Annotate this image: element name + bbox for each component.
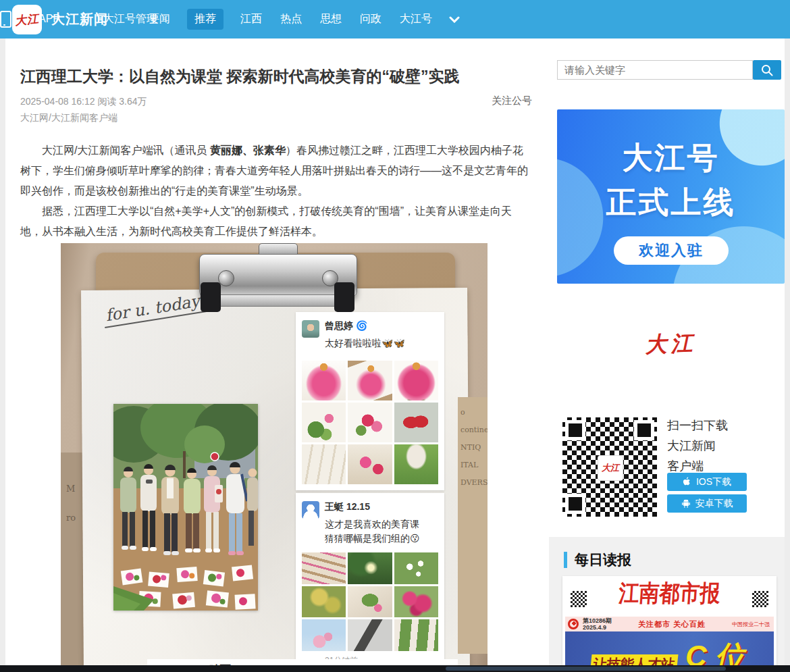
- clipboard-clip: [199, 243, 356, 315]
- wechat-post-2: 王蜓 12.15 这才是我喜欢的美育课猜猜哪幅是我们组的😗 21分钟前: [296, 493, 444, 671]
- read-count: 阅读 3.64万: [97, 96, 147, 107]
- nav-item-yaowen[interactable]: 要闻: [147, 9, 172, 30]
- qr-caption-1: 扫一扫下载: [667, 417, 728, 434]
- page: 大江 大江新闻 要闻 推荐 江西 热点 思想 问政 大江号 下载APP 大江号管…: [0, 0, 790, 672]
- top-navbar: 大江 大江新闻 要闻 推荐 江西 热点 思想 问政 大江号 下载APP 大江号管…: [0, 0, 790, 38]
- authors: 黄丽娜、张素华: [210, 145, 286, 156]
- section-title: 每日读报: [575, 550, 631, 569]
- logo-text: 大江: [14, 11, 40, 29]
- section-accent-bar: [564, 552, 567, 568]
- post-thumbnail[interactable]: [394, 586, 438, 618]
- post-thumbnail[interactable]: [302, 552, 346, 584]
- article-date: 2025-04-08 16:12: [20, 96, 95, 107]
- article-image: M ro for u. today: [61, 243, 488, 672]
- nav-item-wenzheng[interactable]: 问政: [359, 9, 383, 30]
- qr-center-logo: 大江: [598, 455, 623, 481]
- paper-scrap-right: o contine NTIQ ITAL DVERSV: [458, 397, 488, 654]
- post-thumbnail[interactable]: [348, 403, 392, 442]
- paragraph-2: 据悉，江西理工大学以“自然+美学+人文”的创新模式，打破传统美育的“围墙”，让美…: [20, 201, 532, 242]
- dajiang-logo[interactable]: 大江: [12, 5, 42, 34]
- nav-item-redian[interactable]: 热点: [279, 9, 303, 30]
- post-message: 太好看啦啦啦🦋🦋: [325, 336, 440, 351]
- newspaper-slogan: 关注都市 关心百姓: [612, 619, 732, 629]
- post-message: 这才是我喜欢的美育课猜猜哪幅是我们组的😗: [325, 517, 440, 546]
- newspaper-qr-right: [752, 591, 768, 607]
- post-thumbnail[interactable]: [394, 552, 438, 584]
- newspaper-note: 中国报业二十强: [732, 621, 770, 627]
- dajianghao-banner[interactable]: 大江号 正式上线 欢迎入驻: [557, 109, 785, 284]
- post-author: 王蜓 12.15: [325, 501, 370, 513]
- avatar[interactable]: [302, 320, 319, 338]
- scrollbar-thumb[interactable]: [446, 667, 726, 671]
- post-thumbnail[interactable]: [348, 361, 392, 400]
- photo-grid: [302, 552, 438, 651]
- students-photo: [113, 404, 258, 611]
- post-thumbnail[interactable]: [394, 403, 438, 442]
- post-thumbnail[interactable]: [302, 444, 346, 484]
- qr-caption-2: 大江新闻: [667, 438, 716, 454]
- nav-item-jiangxi[interactable]: 江西: [239, 9, 263, 30]
- download-qr-code: 大江: [562, 417, 657, 517]
- article-body: 大江网/大江新闻客户端讯（通讯员 黄丽娜、张素华）春风拂过赣江之畔，江西理工大学…: [20, 140, 532, 242]
- newspaper-issue: 第10286期2025.4.9: [583, 617, 612, 631]
- avatar[interactable]: [302, 501, 319, 519]
- phoenix-logo-icon: [568, 619, 579, 629]
- newspaper-info-strip: 第10286期2025.4.9 关注都市 关心百姓 中国报业二十强: [565, 617, 774, 631]
- post-thumbnail[interactable]: [348, 444, 392, 484]
- android-download-button[interactable]: 安卓下载: [667, 494, 747, 513]
- nav-item-dajianghao[interactable]: 大江号: [398, 9, 433, 30]
- banner-line-1: 大江号: [557, 138, 785, 178]
- banner-line-2: 正式上线: [557, 182, 785, 223]
- nav-item-tuijian[interactable]: 推荐: [187, 9, 223, 30]
- post-thumbnail[interactable]: [348, 619, 392, 651]
- main-nav: 要闻 推荐 江西 热点 思想 问政 大江号: [147, 0, 460, 38]
- bottom-scrollbar[interactable]: [0, 665, 790, 672]
- android-icon: [681, 499, 691, 509]
- apple-icon: [683, 477, 691, 487]
- post-thumbnail[interactable]: [394, 361, 438, 400]
- left-gutter: [0, 38, 5, 672]
- newspaper-qr-left: [571, 591, 587, 607]
- dajiang-red-logo: 大江: [556, 326, 785, 363]
- banner-pill[interactable]: 欢迎入驻: [614, 236, 729, 265]
- nav-item-sixiang[interactable]: 思想: [319, 9, 343, 30]
- post-thumbnail[interactable]: [302, 403, 346, 442]
- article-meta: 2025-04-08 16:12 阅读 3.64万: [20, 96, 147, 108]
- post-thumbnail[interactable]: [348, 552, 392, 584]
- right-gutter: [785, 38, 790, 672]
- post-thumbnail[interactable]: [348, 586, 392, 618]
- article-title: 江西理工大学：以自然为课堂 探索新时代高校美育的“破壁”实践: [20, 66, 533, 87]
- search-button[interactable]: [753, 60, 781, 80]
- wechat-post-1: 曾思婷 🌀 太好看啦啦啦🦋🦋: [296, 312, 444, 490]
- newspaper-masthead: 江南都市报: [562, 578, 776, 610]
- article-source: 大江网/大江新闻客户端: [20, 112, 117, 124]
- site-name[interactable]: 大江新闻: [51, 0, 108, 38]
- post-thumbnail[interactable]: [394, 444, 438, 484]
- post-thumbnail[interactable]: [302, 586, 346, 618]
- post-thumbnail[interactable]: [302, 619, 346, 651]
- photo-grid: [302, 361, 438, 484]
- paragraph-1: 大江网/大江新闻客户端讯（通讯员 黄丽娜、张素华）春风拂过赣江之畔，江西理工大学…: [20, 140, 532, 201]
- qr-caption-3: 客户端: [667, 458, 704, 474]
- ios-download-button[interactable]: IOS下载: [667, 473, 747, 491]
- follow-account-link[interactable]: 关注公号: [492, 95, 532, 107]
- search-icon: [761, 64, 773, 76]
- post-thumbnail[interactable]: [394, 619, 438, 651]
- post-author: 曾思婷 🌀: [325, 320, 367, 332]
- phone-icon: [0, 11, 11, 28]
- newspaper-front-page[interactable]: 江南都市报 第10286期2025.4.9 关注都市 关心百姓 中国报业二十强 …: [562, 576, 776, 672]
- chevron-down-icon[interactable]: [449, 16, 460, 23]
- search-input[interactable]: [557, 60, 753, 80]
- daily-paper-card: 每日读报 江南都市报 第10286期2025.4.9 关注都市 关心百姓 中国报…: [549, 537, 785, 672]
- post-thumbnail[interactable]: [302, 361, 346, 400]
